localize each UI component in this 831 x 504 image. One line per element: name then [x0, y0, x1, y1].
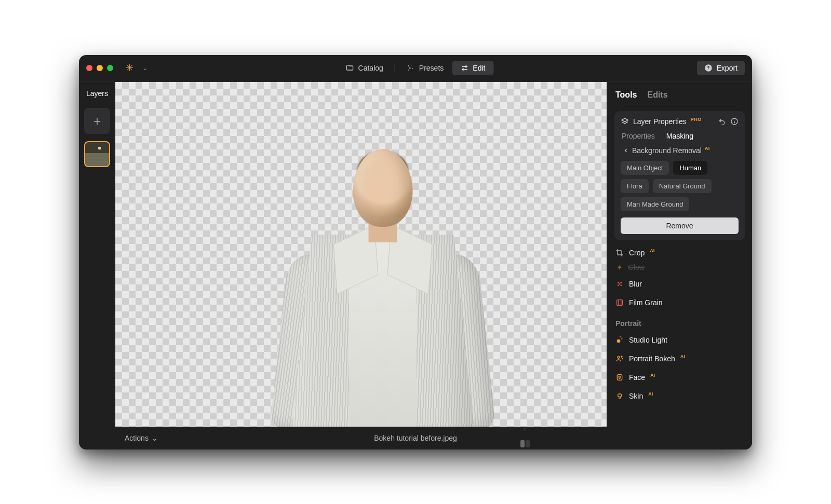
svg-point-10 [618, 282, 619, 283]
layers-icon [621, 117, 629, 126]
face-label: Face [629, 373, 645, 382]
tab-tools[interactable]: Tools [615, 90, 637, 100]
right-panel: Tools Edits Layer Properties PRO [607, 82, 752, 449]
filename-label: Bokeh tutorial before.jpeg [374, 434, 457, 442]
svg-point-5 [465, 66, 467, 67]
edit-tab[interactable]: Edit [452, 61, 493, 75]
mask-target-chips: Main Object Human Flora Natural Ground M… [621, 161, 739, 211]
fullscreen-window-button[interactable] [107, 65, 113, 71]
minimize-window-button[interactable] [97, 65, 103, 71]
film-grain-icon [615, 298, 624, 307]
ai-badge: AI [680, 354, 685, 359]
layers-sidebar: Layers ＋ [79, 82, 115, 449]
sparkle-icon [407, 64, 415, 72]
right-tabs: Tools Edits [614, 88, 745, 105]
canvas-area: Actions ⌄ Bokeh tutorial before.jpeg 100… [115, 82, 607, 449]
tool-film-grain[interactable]: Film Grain [614, 296, 745, 309]
folder-icon [346, 64, 354, 72]
actions-menu[interactable]: Actions ⌄ [125, 434, 158, 442]
chip-main-object[interactable]: Main Object [621, 161, 669, 175]
svg-point-17 [618, 356, 620, 358]
ai-badge: AI [650, 373, 655, 378]
film-grain-label: Film Grain [629, 298, 663, 307]
window-controls [86, 65, 113, 71]
skin-label: Skin [629, 392, 643, 400]
portrait-heading: Portrait [614, 315, 745, 328]
svg-rect-23 [618, 394, 622, 397]
svg-point-11 [620, 282, 622, 283]
chip-natural-ground[interactable]: Natural Ground [653, 179, 712, 193]
face-icon [615, 373, 624, 382]
layer-thumbnail[interactable] [84, 141, 110, 167]
subtab-masking[interactable]: Masking [666, 132, 693, 140]
add-layer-button[interactable]: ＋ [84, 108, 110, 134]
chevron-left-icon [623, 147, 629, 154]
svg-point-12 [618, 284, 619, 286]
tool-face[interactable]: Face AI [614, 371, 745, 384]
catalog-tab[interactable]: Catalog [338, 61, 392, 75]
tool-blur[interactable]: Blur [614, 278, 745, 290]
svg-point-18 [621, 356, 622, 357]
tool-portrait-bokeh[interactable]: Portrait Bokeh AI [614, 352, 745, 365]
crop-label: Crop [629, 249, 645, 257]
close-window-button[interactable] [86, 65, 92, 71]
titlebar: ✳ ⌄ Catalog Presets Edit [79, 55, 752, 82]
tab-edits[interactable]: Edits [647, 90, 667, 100]
remove-button[interactable]: Remove [621, 217, 739, 234]
svg-point-0 [408, 65, 409, 66]
svg-point-4 [408, 70, 409, 70]
layers-title: Layers [86, 89, 108, 98]
svg-point-16 [617, 339, 621, 343]
svg-point-14 [619, 283, 621, 284]
sliders-icon [460, 64, 468, 72]
svg-rect-15 [617, 299, 623, 305]
catalog-label: Catalog [358, 64, 383, 72]
svg-point-3 [412, 69, 413, 70]
chevron-down-icon: ⌄ [152, 434, 158, 442]
layer-properties-panel: Layer Properties PRO Properties Masking [614, 111, 745, 240]
edit-label: Edit [473, 64, 485, 72]
app-menu-chevron-icon[interactable]: ⌄ [140, 64, 150, 72]
chip-flora[interactable]: Flora [621, 179, 649, 193]
export-button[interactable]: Export [697, 61, 745, 75]
export-icon [704, 64, 713, 72]
svg-rect-20 [617, 374, 622, 380]
mode-switcher: Catalog Presets Edit [338, 61, 494, 75]
svg-point-19 [622, 358, 623, 359]
chip-human[interactable]: Human [673, 161, 707, 175]
tool-crop[interactable]: Crop AI [614, 247, 745, 259]
subtab-properties[interactable]: Properties [622, 132, 655, 140]
svg-point-1 [411, 65, 412, 65]
crop-icon [615, 249, 624, 257]
presets-tab[interactable]: Presets [398, 61, 452, 75]
svg-point-21 [619, 376, 619, 377]
glow-label: Glow [628, 263, 645, 271]
background-removal-back[interactable]: Background Removal AI [621, 146, 739, 155]
plus-icon: ＋ [91, 113, 103, 129]
subject-human [274, 136, 492, 427]
info-icon[interactable] [730, 117, 739, 126]
tool-studio-light[interactable]: Studio Light [614, 334, 745, 346]
image-canvas[interactable] [115, 82, 607, 427]
ai-badge: AI [650, 248, 654, 253]
tool-skin[interactable]: Skin AI [614, 390, 745, 402]
status-bar: Actions ⌄ Bokeh tutorial before.jpeg 100… [115, 427, 607, 449]
app-logo-icon: ✳ [124, 62, 135, 74]
studio-light-label: Studio Light [629, 336, 667, 344]
svg-point-6 [462, 69, 464, 70]
compare-icon[interactable] [520, 440, 530, 447]
undo-icon[interactable] [718, 117, 726, 126]
panel-subtabs: Properties Masking [621, 132, 739, 140]
divider [395, 63, 395, 73]
panel-header: Layer Properties PRO [621, 117, 739, 126]
svg-point-13 [620, 284, 622, 286]
actions-label: Actions [125, 434, 149, 442]
panel-title: Layer Properties [633, 117, 687, 126]
portrait-bokeh-icon [615, 355, 624, 363]
glow-icon: ✦ [615, 263, 624, 271]
background-removal-label: Background Removal [632, 146, 702, 155]
chip-man-made-ground[interactable]: Man Made Ground [621, 197, 689, 211]
ai-badge: AI [648, 391, 653, 397]
main-area: Layers ＋ [79, 82, 752, 449]
blur-label: Blur [629, 280, 642, 288]
